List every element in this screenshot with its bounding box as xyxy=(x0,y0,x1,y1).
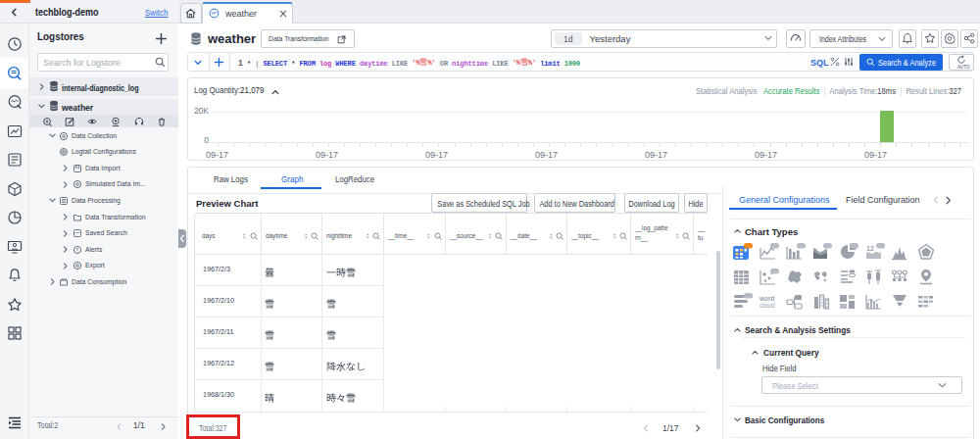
svg-text:12: 12 xyxy=(866,245,874,252)
svg-text:word: word xyxy=(760,295,775,302)
svg-text:cloud: cloud xyxy=(760,302,775,309)
